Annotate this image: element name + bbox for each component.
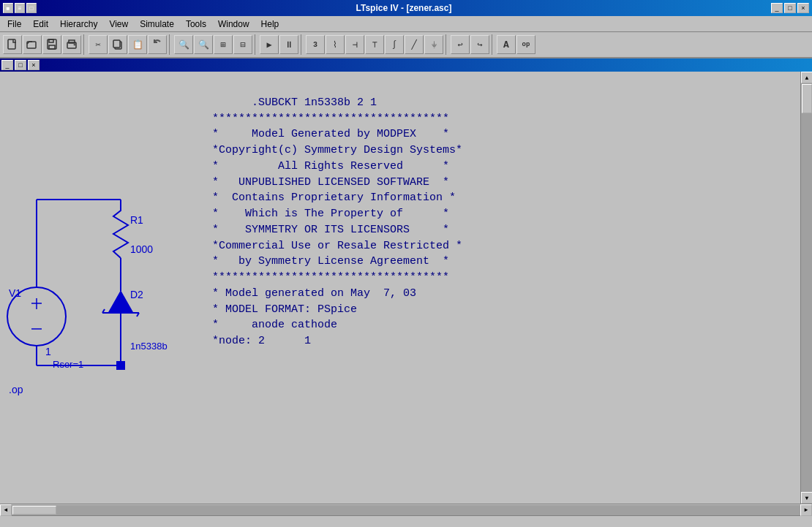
menu-hierarchy[interactable]: Hierarchy — [54, 16, 103, 31]
svg-rect-3 — [49, 45, 55, 49]
code-line-8: * Which is The Property of * — [212, 208, 449, 220]
scroll-track-h[interactable] — [12, 505, 800, 515]
code-line-14: * MODEL FORMAT: PSpice — [212, 303, 357, 316]
rser-label: Rser=1 — [53, 359, 83, 370]
code-line-1: .SUBCKT 1n5338b 2 1 — [252, 96, 377, 109]
scroll-track-v[interactable] — [801, 83, 812, 492]
code-line-13: * Model generated on May 7, 03 — [212, 287, 416, 300]
close-button[interactable]: × — [797, 3, 809, 13]
tb-run[interactable]: ▶ — [260, 35, 279, 54]
op-label: .op — [9, 384, 23, 395]
d2-label: D2 — [130, 289, 143, 300]
svg-point-7 — [74, 44, 76, 46]
menu-bar: File Edit Hierarchy View Simulate Tools … — [0, 16, 812, 32]
node1-label: 1 — [45, 346, 51, 357]
toolbar-row-1: ✂ 📋 🔍 🔍 ⊞ ⊟ ▶ ⏸ 3 ⌇ ⊣ ⊤ ∫ ╱ ⏚ ↩ — [0, 32, 812, 57]
minimize-button[interactable]: _ — [771, 3, 783, 13]
tb-3[interactable]: 3 — [306, 35, 325, 54]
tb-cap[interactable]: ⊤ — [365, 35, 384, 54]
svg-marker-13 — [108, 291, 133, 313]
tb-paste[interactable]: 📋 — [128, 35, 147, 54]
tb-zoom-box[interactable]: ⊞ — [214, 35, 233, 54]
title-bar-left-controls[interactable]: ■ ≡ □ — [3, 3, 37, 13]
tb-copy[interactable] — [108, 35, 127, 54]
tb-text-a[interactable]: A — [497, 35, 516, 54]
inner-title-bar: _ □ × — [0, 58, 812, 72]
tb-gnd[interactable]: ⏚ — [424, 35, 443, 54]
maximize-button[interactable]: □ — [784, 3, 796, 13]
tb-sep-5 — [446, 34, 448, 55]
tb-diode-d[interactable]: ⌇ — [326, 35, 345, 54]
svg-rect-0 — [8, 39, 15, 49]
tb-print-preview[interactable] — [62, 35, 81, 54]
inner-minimize[interactable]: _ — [1, 60, 13, 70]
tb-transistor[interactable]: ⊣ — [345, 35, 364, 54]
scroll-left-button[interactable]: ◄ — [0, 504, 12, 516]
tb-sep-3 — [255, 34, 257, 55]
code-line-11: * by Symmetry License Agreement * — [212, 255, 449, 268]
menu-simulate[interactable]: Simulate — [134, 16, 180, 31]
v1-label: V1 — [9, 287, 21, 299]
svg-rect-6 — [69, 40, 75, 43]
code-display: .SUBCKT 1n5338b 2 1 ********************… — [212, 79, 462, 365]
code-line-7: * Contains Proprietary Information * — [212, 192, 456, 204]
menu-edit[interactable]: Edit — [27, 16, 54, 31]
r1-label: R1 — [130, 214, 143, 226]
tb-spice[interactable]: op — [516, 35, 535, 54]
title-bar-controls[interactable]: _ □ × — [771, 3, 809, 13]
menu-view[interactable]: View — [103, 16, 134, 31]
tb-zoom-fit[interactable]: ⊟ — [233, 35, 252, 54]
title-bar: ■ ≡ □ LTspice IV - [zener.asc] _ □ × — [0, 0, 812, 16]
code-line-6: * UNPUBLISHED LICENSED SOFTWARE * — [212, 176, 449, 189]
tb-undo2[interactable] — [148, 35, 167, 54]
tb-zoom-out[interactable]: 🔍 — [194, 35, 213, 54]
scroll-right-button[interactable]: ► — [800, 504, 812, 516]
scroll-thumb-v[interactable] — [802, 84, 812, 113]
r1-val: 1000 — [130, 243, 153, 255]
tb-sep-2 — [169, 34, 172, 55]
menu-tools[interactable]: Tools — [180, 16, 212, 31]
menu-window[interactable]: Window — [212, 16, 255, 31]
vertical-scrollbar: ▲ ▼ — [800, 72, 812, 504]
toolbar: ✂ 📋 🔍 🔍 ⊞ ⊟ ▶ ⏸ 3 ⌇ ⊣ ⊤ ∫ ╱ ⏚ ↩ — [0, 32, 812, 58]
code-line-16: *node: 2 1 — [212, 335, 311, 347]
tb-sep-1 — [83, 34, 86, 55]
status-text — [3, 518, 5, 527]
scroll-down-button[interactable]: ▼ — [801, 492, 812, 504]
code-line-3: * Model Generated by MODPEX * — [212, 128, 449, 140]
menu-help[interactable]: Help — [255, 16, 285, 31]
code-line-5: * All Rights Reserved * — [212, 160, 449, 172]
scroll-thumb-h[interactable] — [12, 506, 56, 515]
svg-rect-9 — [113, 40, 120, 48]
tb-inductor[interactable]: ∫ — [385, 35, 404, 54]
scroll-up-button[interactable]: ▲ — [801, 72, 812, 83]
schematic-canvas[interactable]: R1 1000 D2 1n5338b 1 — [0, 72, 800, 504]
inner-title-left[interactable]: _ □ × — [1, 60, 40, 70]
tb-undo[interactable]: ↩ — [451, 35, 470, 54]
title-icon-2[interactable]: ≡ — [15, 3, 25, 13]
tb-wire[interactable]: ╱ — [405, 35, 424, 54]
system-menu-icon[interactable]: ■ — [3, 3, 13, 13]
title-text: LTspice IV - [zener.asc] — [37, 3, 771, 13]
tb-sep-6 — [492, 34, 495, 55]
tb-cut[interactable]: ✂ — [89, 35, 108, 54]
code-line-10: *Commercial Use or Resale Restricted * — [212, 240, 462, 252]
code-line-9: * SYMMETRY OR ITS LICENSORS * — [212, 224, 449, 236]
tb-save[interactable] — [42, 35, 61, 54]
tb-open[interactable] — [23, 35, 42, 54]
tb-new[interactable] — [3, 35, 22, 54]
tb-redo[interactable]: ↪ — [470, 35, 489, 54]
code-line-2: ************************************ — [212, 113, 449, 125]
d2-model: 1n5338b — [130, 341, 168, 352]
title-icon-3[interactable]: □ — [26, 3, 37, 13]
tb-pause[interactable]: ⏸ — [279, 35, 298, 54]
code-line-12: ************************************ — [212, 271, 449, 284]
menu-file[interactable]: File — [1, 16, 27, 31]
svg-rect-4 — [49, 39, 53, 42]
inner-maximize[interactable]: □ — [15, 60, 26, 70]
horizontal-scrollbar: ◄ ► — [0, 504, 812, 515]
tb-zoom-in[interactable]: 🔍 — [174, 35, 193, 54]
main-content: R1 1000 D2 1n5338b 1 — [0, 72, 812, 504]
inner-close[interactable]: × — [28, 60, 40, 70]
circuit-svg: R1 1000 D2 1n5338b 1 — [0, 72, 205, 504]
